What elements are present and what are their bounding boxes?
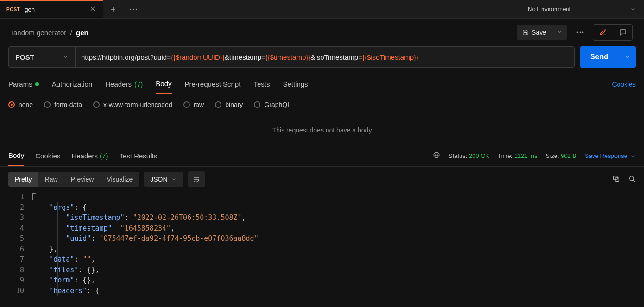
svg-point-4 xyxy=(580,32,581,33)
time-text: Time: 1121 ms xyxy=(498,152,537,159)
svg-point-0 xyxy=(130,8,131,9)
tab-overflow-button[interactable] xyxy=(123,0,144,18)
request-tab[interactable]: POST gen xyxy=(0,0,103,18)
send-button[interactable]: Send xyxy=(580,46,619,68)
tab-headers[interactable]: Headers(7) xyxy=(105,74,143,94)
save-dropdown[interactable] xyxy=(552,25,567,40)
no-body-message: This request does not have a body xyxy=(0,115,644,145)
svg-point-2 xyxy=(136,8,137,9)
body-type-urlencoded[interactable]: x-www-form-urlencoded xyxy=(93,101,172,108)
format-dropdown[interactable]: JSON xyxy=(144,172,183,187)
tab-settings[interactable]: Settings xyxy=(283,74,308,94)
breadcrumb-collection[interactable]: random generator xyxy=(11,29,66,37)
environment-label: No Environment xyxy=(528,6,571,13)
breadcrumb-request: gen xyxy=(76,29,88,37)
chevron-down-icon xyxy=(63,54,69,60)
status-text: Status: 200 OK xyxy=(448,152,489,159)
response-view-toolbar: Pretty Raw Preview Visualize JSON xyxy=(0,167,644,192)
svg-point-1 xyxy=(133,8,134,9)
tab-prerequest[interactable]: Pre-request Script xyxy=(185,74,241,94)
more-actions-button[interactable] xyxy=(572,24,588,41)
tab-body[interactable]: Body xyxy=(156,74,171,94)
view-mode-group xyxy=(593,24,633,41)
response-tab-body[interactable]: Body xyxy=(8,145,24,166)
breadcrumb: random generator / gen xyxy=(11,29,88,37)
cookies-link[interactable]: Cookies xyxy=(612,81,636,88)
size-text: Size: 902 B xyxy=(546,152,577,159)
tab-params[interactable]: Params xyxy=(8,74,39,94)
svg-point-9 xyxy=(630,176,634,180)
view-segment: Pretty Raw Preview Visualize xyxy=(8,172,139,187)
comment-icon xyxy=(619,29,627,36)
response-tab-headers[interactable]: Headers(7) xyxy=(71,145,108,166)
new-tab-button[interactable] xyxy=(103,0,123,18)
method-dropdown[interactable]: POST xyxy=(9,47,76,67)
wrap-lines-button[interactable] xyxy=(188,171,205,187)
save-button-group: Save xyxy=(517,25,567,40)
save-response-button[interactable]: Save Response xyxy=(585,152,636,159)
body-type-formdata[interactable]: form-data xyxy=(44,101,82,108)
response-tab-tests[interactable]: Test Results xyxy=(119,145,157,166)
wrap-icon xyxy=(193,175,200,183)
response-tab-cookies[interactable]: Cookies xyxy=(35,145,60,166)
view-preview[interactable]: Preview xyxy=(64,172,101,187)
copy-button[interactable] xyxy=(612,175,620,184)
body-type-graphql[interactable]: GraphQL xyxy=(254,101,291,108)
svg-point-5 xyxy=(582,32,584,33)
copy-icon xyxy=(612,175,620,182)
tab-title: gen xyxy=(25,6,84,13)
body-type-raw[interactable]: raw xyxy=(183,101,204,108)
tab-tests[interactable]: Tests xyxy=(253,74,270,94)
save-icon xyxy=(522,29,529,36)
view-visualize[interactable]: Visualize xyxy=(100,172,139,187)
body-type-row: none form-data x-www-form-urlencoded raw… xyxy=(0,94,644,115)
line-gutter: 12345678910 xyxy=(0,192,32,296)
search-icon xyxy=(628,175,636,182)
request-tabs: Params Authorization Headers(7) Body Pre… xyxy=(0,74,644,94)
response-tabs: Body Cookies Headers(7) Test Results Sta… xyxy=(0,145,644,167)
code-source: "args": { "isoTimestamp": "2022-02-26T06… xyxy=(32,192,644,296)
globe-icon[interactable] xyxy=(433,151,440,160)
header-row: random generator / gen Save xyxy=(0,19,644,46)
view-raw[interactable]: Raw xyxy=(38,172,64,187)
tab-method: POST xyxy=(6,7,20,12)
body-type-binary[interactable]: binary xyxy=(215,101,243,108)
url-input[interactable]: https://httpbin.org/post?uuid={{$randomU… xyxy=(76,47,574,67)
url-row: POST https://httpbin.org/post?uuid={{$ra… xyxy=(0,46,644,74)
params-indicator-dot xyxy=(35,82,39,86)
svg-point-3 xyxy=(577,32,578,33)
edit-mode-button[interactable] xyxy=(593,25,613,40)
tab-authorization[interactable]: Authorization xyxy=(52,74,93,94)
url-bar: POST https://httpbin.org/post?uuid={{$ra… xyxy=(8,46,575,68)
tab-bar: POST gen No Environment xyxy=(0,0,644,19)
environment-selector[interactable]: No Environment xyxy=(519,0,644,18)
search-button[interactable] xyxy=(628,175,636,184)
save-button[interactable]: Save xyxy=(517,25,552,40)
pencil-icon xyxy=(600,29,607,36)
send-dropdown[interactable] xyxy=(619,46,636,68)
close-icon[interactable] xyxy=(89,5,96,14)
response-body[interactable]: 12345678910 "args": { "isoTimestamp": "2… xyxy=(0,192,644,301)
comment-mode-button[interactable] xyxy=(613,25,632,40)
body-type-none[interactable]: none xyxy=(8,101,33,108)
view-pretty[interactable]: Pretty xyxy=(8,172,38,187)
